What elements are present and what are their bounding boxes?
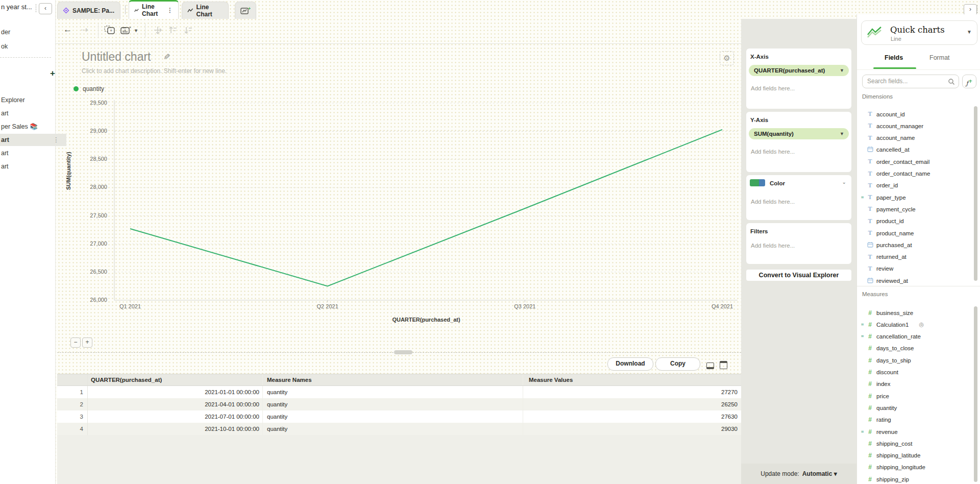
measure-item-shipping_cost[interactable]: #shipping_cost (857, 438, 972, 449)
table-row[interactable]: 22021-04-01 00:00:00quantity26250 (57, 398, 743, 410)
quick-charts-caret-icon[interactable]: ▼ (967, 29, 972, 35)
text-field-icon: T (867, 110, 873, 118)
edit-pencil-icon[interactable]: ✎ (163, 52, 170, 62)
dimension-item-account_manager[interactable]: Taccount_manager (857, 120, 972, 132)
x-axis-drop-placeholder[interactable]: Add fields here... (751, 85, 795, 91)
dimension-item-order_id[interactable]: Torder_id (857, 180, 972, 191)
dimension-item-paper_type[interactable]: =Tpaper_type (857, 191, 972, 203)
tab-menu-icon[interactable]: ⋮ (167, 7, 173, 14)
measures-scrollbar[interactable] (974, 306, 977, 482)
table-row[interactable]: 32021-07-01 00:00:00quantity27630 (57, 410, 743, 423)
chart-plot-area[interactable]: 26,00026,50027,00027,50028,00028,50029,0… (55, 97, 741, 337)
tab-line-chart-active[interactable]: Line Chart ⋮ (129, 0, 179, 19)
dimension-item-account_id[interactable]: Taccount_id (857, 108, 972, 120)
zoom-out-button[interactable]: − (70, 337, 81, 348)
field-label: order_contact_name (876, 171, 930, 177)
measure-item-discount[interactable]: #discount (857, 367, 972, 378)
dimension-item-product_name[interactable]: Tproduct_name (857, 227, 972, 239)
measure-item-index[interactable]: #index (857, 378, 972, 390)
pill-label: SUM(quantity) (754, 131, 794, 137)
update-mode-dropdown[interactable]: Automatic ▾ (802, 470, 837, 477)
tab-line-chart[interactable]: Line Chart (182, 2, 229, 19)
new-chart-tab-button[interactable]: + (235, 2, 256, 19)
y-axis-drop-placeholder[interactable]: Add fields here... (751, 149, 795, 155)
collapse-dash (36, 4, 36, 12)
chart-description-placeholder[interactable]: Click to add chart description. Shift-en… (82, 67, 227, 75)
splitter-drag-handle[interactable] (394, 350, 412, 354)
download-button[interactable]: Download (607, 357, 653, 371)
dimension-item-review[interactable]: Treview (857, 263, 972, 275)
measure-item-days_to_ship[interactable]: #days_to_ship (857, 354, 972, 366)
row-number: 1 (57, 386, 88, 398)
sidebar-nav-item[interactable]: der (1, 29, 10, 36)
measure-item-revenue[interactable]: =#revenue (857, 426, 972, 438)
column-header[interactable]: QUARTER(purchased_at) (88, 374, 263, 385)
y-axis-field-pill[interactable]: SUM(quantity) ▼ (749, 128, 849, 139)
dimension-item-order_contact_name[interactable]: Torder_contact_name (857, 168, 972, 180)
tab-sample-dataset[interactable]: SAMPLE: Pa... (57, 2, 120, 19)
sidebar-collapse-button[interactable]: ‹ (39, 3, 52, 14)
panel-expand-button[interactable]: › (964, 4, 977, 15)
measure-item-quantity[interactable]: #quantity (857, 402, 972, 414)
column-header[interactable]: Measure Names (263, 374, 523, 385)
result-table[interactable]: QUARTER(purchased_at) Measure Names Meas… (57, 374, 743, 435)
table-row[interactable]: 42021-10-01 00:00:00quantity29030 (57, 423, 743, 435)
copy-button[interactable]: Copy (655, 357, 700, 371)
x-tick-label: Q3 2021 (502, 303, 548, 309)
measure-item-price[interactable]: #price (857, 390, 972, 402)
measure-item-shipping_latitude[interactable]: #shipping_latitude (857, 450, 972, 462)
undo-back-icon[interactable]: ← (63, 25, 72, 35)
zoom-in-button[interactable]: + (82, 337, 92, 348)
dimension-item-returned_at[interactable]: Treturned_at (857, 251, 972, 263)
text-field-icon: T (867, 217, 873, 225)
duplicate-chart-icon[interactable]: + (104, 26, 115, 37)
y-tick-label: 26,500 (70, 269, 107, 275)
measure-item-rating[interactable]: #rating (857, 414, 972, 426)
chart-title[interactable]: Untitled chart (82, 50, 151, 64)
tab-format[interactable]: Format (929, 54, 950, 61)
pill-caret-icon[interactable]: ▼ (840, 128, 844, 139)
quick-charts-selector[interactable]: Quick charts Line ▼ (861, 20, 977, 45)
convert-to-visual-explorer-button[interactable]: Convert to Visual Explorer (746, 270, 851, 281)
field-label: Calculation1 (876, 322, 909, 328)
dimension-item-account_name[interactable]: Taccount_name (857, 132, 972, 144)
chart-settings-gear-icon[interactable]: ⚙ (720, 51, 734, 65)
filters-card: Filters Add fields here... (746, 223, 851, 264)
sidebar-nav-item[interactable]: ok (1, 43, 8, 50)
column-header[interactable]: Measure Values (523, 374, 743, 385)
expand-dash (977, 5, 977, 13)
measure-item-business_size[interactable]: #business_size (857, 307, 972, 319)
color-collapse-icon[interactable]: ⌄ (842, 179, 846, 185)
measure-item-days_to_close[interactable]: #days_to_close (857, 343, 972, 354)
dimension-item-purchased_at[interactable]: purchased_at (857, 239, 972, 251)
dimension-item-product_id[interactable]: Tproduct_id (857, 215, 972, 227)
add-page-button[interactable]: + (50, 68, 55, 79)
table-row[interactable]: 12021-01-01 00:00:00quantity27270 (57, 386, 743, 398)
field-label: account_manager (876, 123, 923, 129)
dimension-item-cancelled_at[interactable]: cancelled_at (857, 144, 972, 156)
x-axis-card: X-Axis QUARTER(purchased_at) ▼ Add field… (746, 49, 851, 109)
color-drop-placeholder[interactable]: Add fields here... (751, 199, 795, 205)
line-chart-svg (55, 97, 741, 337)
dimension-item-order_contact_email[interactable]: Torder_contact_email (857, 156, 972, 167)
chart-type-caret-icon[interactable]: ▼ (134, 28, 138, 33)
x-tick-label: Q1 2021 (107, 303, 153, 309)
measure-item-shipping_longitude[interactable]: #shipping_longitude (857, 462, 972, 473)
add-formula-button[interactable]: ƒ+ (962, 75, 976, 88)
minimize-table-icon[interactable] (706, 362, 714, 369)
dimensions-scrollbar[interactable] (974, 106, 977, 281)
cell-measure-name: quantity (263, 398, 523, 410)
pill-caret-icon[interactable]: ▼ (840, 65, 844, 76)
remove-chart-icon[interactable]: × (120, 26, 133, 37)
search-fields-input[interactable]: Search fields... (862, 75, 959, 88)
measure-item-cancellation_rate[interactable]: =#cancellation_rate (857, 331, 972, 343)
measure-item-shipping_zip[interactable]: #shipping_zip (857, 473, 972, 484)
measure-item-Calculation1[interactable]: =#Calculation1◎ (857, 319, 972, 330)
tab-fields[interactable]: Fields (885, 54, 903, 61)
chart-legend[interactable]: quantity (74, 85, 104, 92)
filters-drop-placeholder[interactable]: Add fields here... (751, 243, 795, 249)
dimension-item-payment_cycle[interactable]: Tpayment_cycle (857, 203, 972, 215)
x-axis-field-pill[interactable]: QUARTER(purchased_at) ▼ (749, 65, 849, 76)
dimension-item-reviewed_at[interactable]: reviewed_at (857, 275, 972, 286)
maximize-table-icon[interactable] (720, 361, 727, 369)
